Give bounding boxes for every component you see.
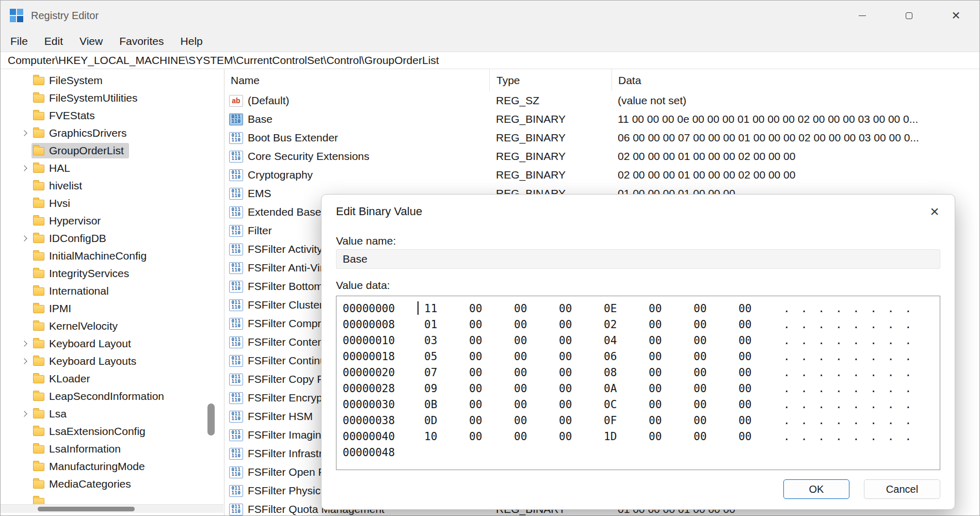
value-row-base[interactable]: 011110BaseREG_BINARY11 00 00 00 0e 00 00… (224, 110, 979, 128)
value-name-text: (Default) (248, 94, 290, 107)
tree-item-label: FileSystemUtilities (49, 92, 138, 104)
expand-chevron-icon[interactable] (21, 411, 27, 416)
hex-offset: 00000018 (336, 350, 424, 363)
expand-chevron-icon[interactable] (21, 165, 27, 171)
hex-ascii: ........ (783, 382, 922, 395)
expand-chevron-icon[interactable] (21, 130, 27, 136)
binary-value-icon: 011110 (229, 151, 243, 163)
tree-item-inner: LsaInformation (31, 441, 126, 457)
hex-byte: 00 (738, 366, 783, 379)
value-row-core-security-extensions[interactable]: 011110Core Security ExtensionsREG_BINARY… (224, 147, 979, 166)
expand-chevron-icon[interactable] (21, 358, 27, 364)
tree-item-manufacturingmode[interactable]: ManufacturingMode (1, 458, 224, 475)
tree-item-kernelvelocity[interactable]: KernelVelocity (1, 317, 224, 335)
binary-value-icon: 011110 (229, 448, 243, 460)
tree-item-inner: hivelist (31, 178, 87, 194)
tree-item-label: KLoader (49, 373, 90, 385)
tree-item-label: LeapSecondInformation (49, 390, 164, 402)
value-row-boot-bus-extender[interactable]: 011110Boot Bus ExtenderREG_BINARY06 00 0… (224, 128, 979, 147)
window-title: Registry Editor (31, 10, 99, 22)
tree-item-label: IDConfigDB (49, 232, 106, 245)
dialog-close-button[interactable]: × (923, 200, 946, 223)
hex-byte: 00 (649, 318, 694, 331)
address-bar[interactable]: Computer\HKEY_LOCAL_MACHINE\SYSTEM\Curre… (1, 52, 979, 69)
maximize-button[interactable] (886, 1, 933, 30)
menu-help[interactable]: Help (172, 30, 211, 52)
tree-item-inner: Hypervisor (31, 213, 106, 229)
tree-item-lsaextensionconfig[interactable]: LsaExtensionConfig (1, 423, 224, 440)
tree-item-ipmi[interactable]: IPMI (1, 300, 224, 317)
tree-item-grouporderlist[interactable]: GroupOrderList (1, 142, 224, 159)
minimize-button[interactable] (839, 1, 886, 30)
hex-byte: 04 (604, 334, 649, 347)
tree-item-hivelist[interactable]: hivelist (1, 177, 224, 195)
hex-offset: 00000010 (336, 334, 424, 347)
tree-item-integrityservices[interactable]: IntegrityServices (1, 265, 224, 282)
hex-byte: 01 (424, 318, 469, 331)
folder-icon (33, 305, 44, 313)
value-row--default-[interactable]: ab(Default)REG_SZ(value not set) (224, 91, 979, 110)
hex-row-00000028: 00000028090000000A000000........ (336, 380, 940, 396)
menu-file[interactable]: File (2, 30, 36, 52)
tree-horizontal-scrollbar-thumb[interactable] (38, 507, 135, 511)
column-header-data[interactable]: Data (612, 69, 979, 91)
value-data-hex-editor[interactable]: 00000000110000000E000000........00000008… (336, 296, 940, 470)
tree-item-filesystem[interactable]: FileSystem (1, 72, 224, 89)
menu-view[interactable]: View (71, 30, 111, 52)
tree-item-hypervisor[interactable]: Hypervisor (1, 212, 224, 230)
hex-byte: 06 (604, 350, 649, 363)
ok-button[interactable]: OK (783, 479, 849, 499)
tree-item-hvsi[interactable]: Hvsi (1, 195, 224, 212)
hex-byte: 0C (604, 398, 649, 411)
tree-item-keyboard-layouts[interactable]: Keyboard Layouts (1, 352, 224, 370)
chevron-slot (18, 236, 31, 240)
chevron-slot (18, 342, 31, 346)
hex-byte: 00 (469, 430, 514, 443)
tree-item-mediacategories[interactable]: MediaCategories (1, 475, 224, 493)
menu-edit[interactable]: Edit (36, 30, 71, 52)
folder-icon (33, 130, 44, 138)
hex-ascii: ........ (783, 366, 922, 379)
tree-item-lsa[interactable]: Lsa (1, 405, 224, 423)
tree-item-idconfigdb[interactable]: IDConfigDB (1, 230, 224, 247)
hex-byte: 00 (514, 382, 559, 395)
value-row-cryptography[interactable]: 011110CryptographyREG_BINARY02 00 00 00 … (224, 166, 979, 184)
hex-byte: 07 (424, 366, 469, 379)
registry-editor-window: Registry Editor × FileEditViewFavoritesH… (0, 0, 980, 516)
hex-byte: 00 (694, 398, 738, 411)
folder-icon (33, 147, 44, 155)
cancel-button[interactable]: Cancel (864, 479, 940, 499)
window-controls: × (839, 1, 979, 30)
binary-value-icon: 011110 (229, 485, 243, 497)
expand-chevron-icon[interactable] (21, 341, 27, 346)
hex-offset: 00000020 (336, 366, 424, 379)
tree-item-fvestats[interactable]: FVEStats (1, 107, 224, 124)
tree-item-lsainformation[interactable]: LsaInformation (1, 440, 224, 458)
close-button[interactable]: × (933, 1, 979, 30)
tree-item-keyboard-layout[interactable]: Keyboard Layout (1, 335, 224, 352)
hex-byte: 00 (469, 382, 514, 395)
menu-favorites[interactable]: Favorites (111, 30, 172, 52)
expand-chevron-icon[interactable] (21, 235, 27, 241)
registry-tree-pane: FileSystemFileSystemUtilitiesFVEStatsGra… (1, 69, 224, 515)
tree-item-inner: IPMI (31, 301, 76, 316)
tree-item-leapsecondinformation[interactable]: LeapSecondInformation (1, 388, 224, 405)
tree-item-label: InitialMachineConfig (49, 250, 147, 262)
value-name-label: Value name: (336, 235, 396, 247)
tree-vertical-scrollbar-thumb[interactable] (207, 404, 215, 436)
tree-item-international[interactable]: International (1, 282, 224, 300)
chevron-slot (18, 359, 31, 363)
hex-byte: 1D (604, 430, 649, 443)
tree-item-filesystemutilities[interactable]: FileSystemUtilities (1, 89, 224, 107)
tree-item-hal[interactable]: HAL (1, 159, 224, 177)
tree-item-graphicsdrivers[interactable]: GraphicsDrivers (1, 124, 224, 142)
tree-item-kloader[interactable]: KLoader (1, 370, 224, 388)
chevron-slot (18, 412, 31, 416)
tree-item-initialmachineconfig[interactable]: InitialMachineConfig (1, 247, 224, 265)
column-header-type[interactable]: Type (489, 69, 612, 91)
column-header-name[interactable]: Name (224, 69, 489, 91)
tree-horizontal-scrollbar[interactable] (1, 504, 223, 513)
value-name-field[interactable]: Base (336, 249, 940, 269)
hex-byte: 00 (649, 334, 694, 347)
value-data-label: Value data: (336, 279, 390, 292)
